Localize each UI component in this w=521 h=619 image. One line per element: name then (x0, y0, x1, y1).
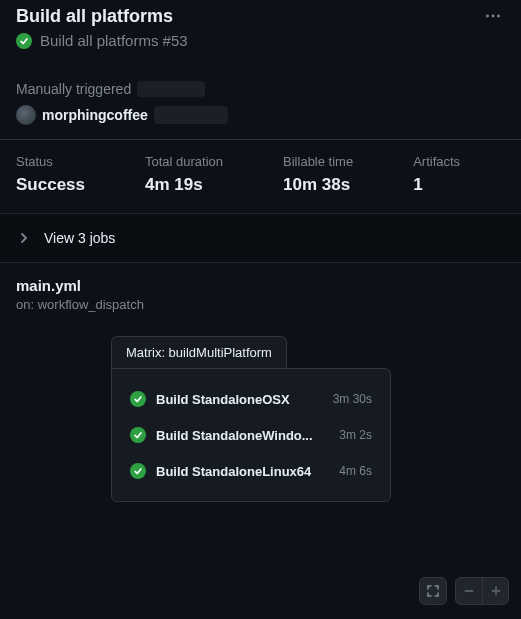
workflow-file: main.yml (16, 277, 505, 294)
redacted-time (137, 81, 205, 97)
matrix-job-name: Build StandaloneOSX (156, 392, 323, 407)
fullscreen-button[interactable] (419, 577, 447, 605)
svg-point-2 (497, 15, 500, 18)
redacted-commit (154, 106, 228, 124)
billable-label: Billable time (283, 154, 353, 169)
more-actions-button[interactable] (481, 4, 505, 28)
matrix-job-time: 3m 2s (339, 428, 372, 442)
trigger-mode: Manually triggered (16, 81, 131, 97)
jobs-toggle[interactable]: View 3 jobs (0, 213, 521, 263)
matrix-tab[interactable]: Matrix: buildMultiPlatform (111, 336, 287, 368)
avatar[interactable] (16, 105, 36, 125)
success-icon (16, 33, 32, 49)
actor-link[interactable]: morphingcoffee (42, 107, 148, 123)
page-title: Build all platforms (16, 6, 173, 27)
success-icon (130, 463, 146, 479)
status-value: Success (16, 175, 85, 195)
fullscreen-icon (426, 584, 440, 598)
run-link[interactable]: Build all platforms #53 (40, 32, 188, 49)
summary-row: Status Success Total duration 4m 19s Bil… (0, 139, 521, 213)
plus-icon (490, 585, 502, 597)
status-label: Status (16, 154, 85, 169)
zoom-out-button[interactable] (456, 578, 482, 604)
duration-label: Total duration (145, 154, 223, 169)
workflow-trigger: on: workflow_dispatch (16, 297, 505, 312)
matrix-body: Build StandaloneOSX 3m 30s Build Standal… (111, 368, 391, 502)
artifacts-value[interactable]: 1 (413, 175, 460, 195)
matrix-job-row[interactable]: Build StandaloneLinux64 4m 6s (116, 453, 386, 489)
zoom-in-button[interactable] (482, 578, 508, 604)
minus-icon (463, 585, 475, 597)
artifacts-label: Artifacts (413, 154, 460, 169)
chevron-right-icon (18, 232, 30, 244)
matrix-job-time: 3m 30s (333, 392, 372, 406)
matrix-job-row[interactable]: Build StandaloneOSX 3m 30s (116, 381, 386, 417)
svg-point-0 (486, 15, 489, 18)
matrix-job-name: Build StandaloneLinux64 (156, 464, 329, 479)
success-icon (130, 427, 146, 443)
jobs-toggle-label: View 3 jobs (44, 230, 115, 246)
matrix-job-name: Build StandaloneWindo... (156, 428, 329, 443)
matrix-job-time: 4m 6s (339, 464, 372, 478)
success-icon (130, 391, 146, 407)
matrix-job-row[interactable]: Build StandaloneWindo... 3m 2s (116, 417, 386, 453)
duration-value[interactable]: 4m 19s (145, 175, 223, 195)
billable-value[interactable]: 10m 38s (283, 175, 353, 195)
kebab-icon (485, 8, 501, 24)
svg-point-1 (492, 15, 495, 18)
